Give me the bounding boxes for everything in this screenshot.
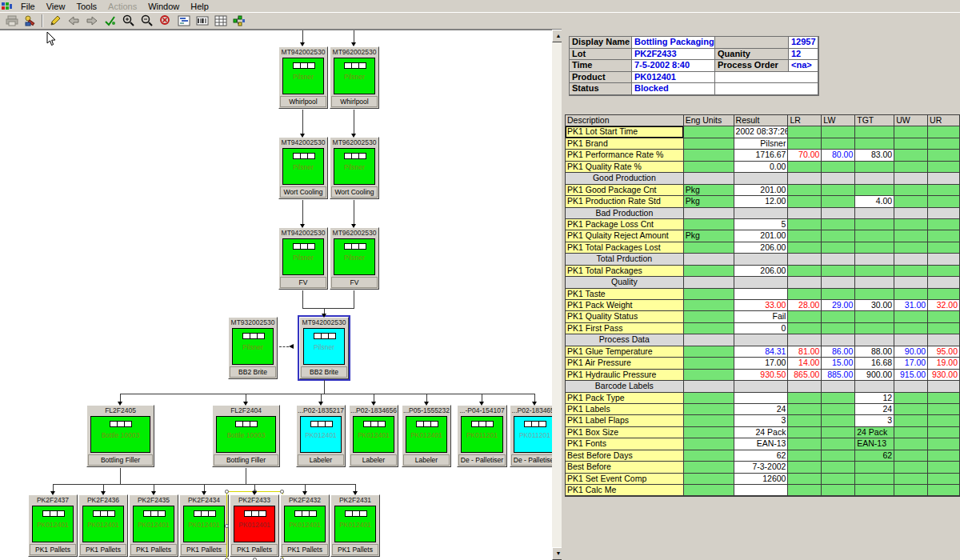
- genealogy-node-MT962002530[interactable]: MT962002530PilsnerWort Cooling: [330, 137, 379, 199]
- kpi-description-cell[interactable]: PK1 Air Pressure: [566, 358, 684, 369]
- genealogy-node-PK2F2436[interactable]: PK2F2436PK012401PK1 Pallets: [78, 494, 128, 557]
- genealogy-node-FL2F2405[interactable]: FL2F2405Bottle 10003Bottling Filler: [86, 405, 154, 467]
- kpi-data-row: PK1 Hydraulic Pressure930.50865.00885.00…: [566, 370, 960, 381]
- kpi-description-cell[interactable]: PK1 Calc Me: [566, 485, 684, 496]
- kpi-description-cell[interactable]: PK1 Label Flaps: [566, 415, 684, 426]
- toolbar-zoom-in-icon[interactable]: [119, 13, 138, 29]
- kpi-description-cell[interactable]: PK1 Glue Temperature: [566, 346, 684, 358]
- toolbar-print-icon[interactable]: [2, 13, 21, 29]
- kpi-lr-cell: [788, 462, 822, 473]
- toolbar-verify-check-icon[interactable]: [101, 13, 119, 29]
- genealogy-node-MT942002530[interactable]: MT942002530PilsnerWhirlpool: [278, 46, 328, 109]
- selection-handle[interactable]: [225, 490, 229, 494]
- genealogy-node-P04154107[interactable]: ...-P04-154107PK011201De - Palletiser: [457, 405, 507, 467]
- genealogy-node-MT942002530[interactable]: MT942002530PilsnerWort Cooling: [278, 137, 328, 199]
- menu-file[interactable]: File: [15, 2, 41, 11]
- kpi-lw-cell: [822, 219, 855, 230]
- genealogy-node-MT942002530[interactable]: MT942002530PilsnerBB2 Brite: [299, 317, 349, 379]
- genealogy-node-P021834656[interactable]: ...P02-1834656PK012401Labeler: [349, 405, 398, 467]
- kpi-lr-cell: [788, 138, 822, 150]
- menu-view[interactable]: View: [41, 2, 71, 11]
- connector-line: [53, 484, 54, 491]
- kpi-description-cell[interactable]: PK1 Good Package Cnt: [566, 185, 684, 196]
- menu-actions[interactable]: Actions: [102, 2, 142, 11]
- menu-help[interactable]: Help: [185, 2, 214, 11]
- kpi-description-cell[interactable]: PK1 Box Size: [566, 427, 684, 438]
- kpi-description-cell[interactable]: Best Before: [566, 462, 684, 473]
- kpi-description-cell[interactable]: PK1 Total Packages: [566, 266, 684, 277]
- node-unit-label: Whirlpool: [331, 96, 378, 107]
- genealogy-node-P021834656[interactable]: ...P02-1834656PK011201De - Palletiser: [510, 405, 552, 467]
- connector-arrow-down-icon: [353, 491, 358, 495]
- kpi-description-cell[interactable]: PK1 Quality Status: [566, 311, 684, 322]
- kpi-description-cell[interactable]: PK1 Fonts: [566, 438, 684, 450]
- kpi-description-cell[interactable]: PK1 Hydraulic Pressure: [566, 370, 684, 381]
- connector-arrow-down-icon: [351, 134, 356, 138]
- genealogy-node-MT962002530[interactable]: MT962002530PilsnerWhirlpool: [330, 46, 379, 109]
- kpi-description-cell[interactable]: PK1 Taste: [566, 289, 684, 300]
- node-unit-label: Wort Cooling: [331, 186, 378, 198]
- toolbar-forward-arrow-icon[interactable]: [82, 13, 101, 29]
- genealogy-node-PK2F2433[interactable]: PK2F2433PK012401PK1 Pallets: [230, 494, 279, 557]
- kpi-lw-cell: [822, 393, 855, 404]
- section-cell: [822, 334, 855, 346]
- genealogy-node-MT932002530[interactable]: MT932002530PilsnerBB2 Brite: [228, 317, 278, 379]
- kpi-description-cell[interactable]: PK1 Package Loss Cnt: [566, 219, 684, 230]
- genealogy-node-P051555232[interactable]: ...P05-1555232PK012401Labeler: [402, 405, 451, 467]
- genealogy-node-FL2F2404[interactable]: FL2F2404Bottle 10003Bottling Filler: [212, 405, 280, 467]
- kpi-data-row: PK1 Set Event Comp12600: [566, 474, 960, 485]
- selection-handle[interactable]: [280, 490, 284, 494]
- kpi-description-cell[interactable]: PK1 First Pass: [566, 323, 684, 334]
- kpi-description-cell[interactable]: PK1 Pack Type: [566, 393, 684, 404]
- node-unit-label: Labeler: [403, 454, 450, 466]
- genealogy-node-P021835217[interactable]: ...P02-1835217PK012401Labeler: [296, 405, 346, 467]
- kpi-uw-cell: [894, 438, 928, 450]
- section-cell: [822, 381, 855, 392]
- kpi-engunits-cell: [684, 474, 734, 485]
- kpi-description-cell[interactable]: PK1 Qulaity Reject Amount: [566, 230, 684, 242]
- node-unit-label: Bottling Filler: [214, 454, 278, 466]
- toolbar-zoom-out-icon[interactable]: [138, 13, 156, 29]
- toolbar-edit-pencil-icon[interactable]: [46, 13, 64, 29]
- kpi-description-cell[interactable]: PK1 Total Packages Lost: [566, 242, 684, 254]
- kpi-description-cell[interactable]: PK1 Labels: [566, 404, 684, 415]
- genealogy-node-MT962002530[interactable]: MT962002530PilsnerFV: [330, 227, 379, 290]
- kpi-engunits-cell: Pkg: [684, 230, 734, 242]
- genealogy-node-PK2F2437[interactable]: PK2F2437PK012401PK1 Pallets: [28, 494, 78, 557]
- genealogy-canvas[interactable]: MT942002530PilsnerWhirlpoolMT962002530Pi…: [0, 30, 552, 560]
- kpi-description-cell[interactable]: PK1 Brand: [566, 138, 684, 150]
- kpi-uw-cell: 17.00: [894, 358, 928, 369]
- section-cell: [822, 277, 855, 288]
- node-product-label: Bottle 10003: [91, 431, 150, 439]
- genealogy-node-MT942002530[interactable]: MT942002530PilsnerFV: [278, 227, 328, 290]
- genealogy-node-PK2F2432[interactable]: PK2F2432PK012401PK1 Pallets: [280, 494, 330, 557]
- kpi-description-cell[interactable]: PK1 Quality Rate %: [566, 162, 684, 173]
- kpi-data-row: PK1 Quality Rate %0.00: [566, 162, 960, 173]
- toolbar-barcode-icon[interactable]: [193, 13, 211, 29]
- kpi-description-cell[interactable]: PK1 Production Rate Std: [566, 196, 684, 207]
- genealogy-node-PK2F2435[interactable]: PK2F2435PK012401PK1 Pallets: [129, 494, 178, 557]
- kpi-result-cell: [734, 485, 789, 496]
- info-label: Quanity: [715, 49, 789, 61]
- menu-tools[interactable]: Tools: [70, 2, 102, 11]
- genealogy-node-PK2F2431[interactable]: PK2F2431PK012401PK1 Pallets: [330, 494, 380, 557]
- kpi-description-cell[interactable]: Best Before Days: [566, 450, 684, 462]
- kpi-lw-cell: [822, 230, 855, 242]
- kpi-tgt-cell: [855, 266, 894, 277]
- genealogy-node-PK2F2434[interactable]: PK2F2434PK012401PK1 Pallets: [179, 494, 229, 557]
- kpi-description-cell[interactable]: PK1 Set Event Comp: [566, 474, 684, 485]
- toolbar-zoom-reset-icon[interactable]: [156, 13, 174, 29]
- node-lot-label: MT942002530: [279, 47, 327, 58]
- menu-window[interactable]: Window: [142, 2, 185, 11]
- node-status-body: Bottle 10003: [216, 416, 276, 453]
- kpi-description-cell[interactable]: PK1 Lot Start Time: [566, 126, 684, 138]
- toolbar-back-arrow-icon[interactable]: [64, 13, 82, 29]
- node-lot-label: ...P02-1834656: [510, 406, 552, 416]
- node-lot-label: PK2F2432: [281, 495, 329, 506]
- toolbar-grid-view-icon[interactable]: [211, 13, 230, 29]
- toolbar-genealogy-tree-icon[interactable]: [230, 13, 248, 29]
- toolbar-login-key-icon[interactable]: [21, 13, 39, 29]
- kpi-description-cell[interactable]: PK1 Pack Weight: [566, 300, 684, 311]
- toolbar-gantt-chart-icon[interactable]: [174, 13, 193, 29]
- kpi-description-cell[interactable]: PK1 Performance Rate %: [566, 150, 684, 161]
